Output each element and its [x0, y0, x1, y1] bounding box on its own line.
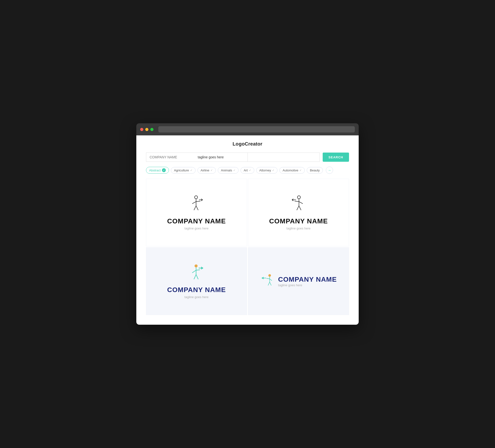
- logo-card-1-inner: COMPANY NAME tagline goes here: [167, 195, 226, 230]
- logo-company-name-2: COMPANY NAME: [269, 217, 328, 225]
- figure-svg-3: [187, 264, 206, 283]
- svg-point-14: [194, 264, 197, 267]
- filter-label-animals: Animals: [221, 168, 232, 172]
- filter-chip-animals[interactable]: Animals ✓: [218, 167, 239, 174]
- logo-card-2[interactable]: COMPANY NAME tagline goes here: [248, 179, 349, 246]
- logo-icon-4: [260, 273, 275, 288]
- svg-line-2: [192, 201, 196, 204]
- logo-grid: COMPANY NAME tagline goes here: [146, 179, 349, 315]
- logo-icon-2: [289, 195, 308, 214]
- logo-text-group-4: COMPANY NAME tagline goes here: [278, 276, 337, 287]
- url-bar[interactable]: [158, 126, 355, 132]
- filter-next-icon: →: [328, 168, 331, 172]
- filter-label-attorney: Attorney: [259, 168, 271, 172]
- filter-check-automotive: ✓: [300, 169, 302, 172]
- filter-chip-abstract[interactable]: Abstract ✓: [146, 167, 169, 174]
- logo-tagline-3: tagline goes here: [184, 295, 209, 299]
- logo-tagline-1: tagline goes here: [184, 226, 209, 230]
- filter-chip-art[interactable]: Art ✓: [240, 167, 254, 174]
- svg-line-17: [196, 270, 200, 270]
- filter-chip-automotive[interactable]: Automotive ✓: [279, 167, 305, 174]
- svg-line-5: [194, 206, 196, 210]
- filter-chip-airline[interactable]: Airline ✓: [197, 167, 216, 174]
- logo-card-2-inner: COMPANY NAME tagline goes here: [269, 195, 328, 230]
- filter-check-art: ✓: [249, 169, 251, 172]
- tagline-input[interactable]: [194, 153, 248, 162]
- filter-label-abstract: Abstract: [149, 168, 161, 172]
- filter-check-animals: ✓: [233, 169, 235, 172]
- svg-line-6: [196, 206, 198, 210]
- logo-company-name-4: COMPANY NAME: [278, 276, 337, 283]
- filter-check-airline: ✓: [210, 169, 213, 172]
- svg-line-26: [266, 278, 270, 279]
- svg-line-29: [270, 282, 271, 286]
- extra-search-input[interactable]: [248, 153, 320, 162]
- svg-line-13: [299, 206, 301, 210]
- filter-bar: Abstract ✓ Agriculture ✓ Airline ✓ Anima…: [146, 167, 349, 174]
- filter-chip-agriculture[interactable]: Agriculture ✓: [171, 167, 195, 174]
- company-name-input[interactable]: [146, 153, 194, 162]
- svg-line-21: [196, 274, 198, 279]
- svg-point-24: [268, 274, 271, 277]
- figure-svg-1: [187, 195, 206, 214]
- filter-label-automotive: Automotive: [283, 168, 298, 172]
- logo-card-3[interactable]: COMPANY NAME tagline goes here: [146, 247, 247, 315]
- traffic-light-yellow[interactable]: [145, 128, 148, 131]
- filter-check-attorney: ✓: [272, 169, 274, 172]
- figure-svg-4: [260, 273, 275, 288]
- filter-label-art: Art: [244, 168, 248, 172]
- svg-point-0: [194, 196, 197, 198]
- filter-chip-beauty[interactable]: Beauty: [307, 167, 323, 174]
- svg-line-20: [194, 274, 196, 279]
- traffic-light-green[interactable]: [150, 128, 153, 131]
- search-bar: SEARCH: [146, 153, 349, 162]
- svg-line-9: [299, 201, 303, 204]
- svg-line-10: [295, 201, 299, 201]
- logo-card-4[interactable]: COMPANY NAME tagline goes here: [248, 247, 349, 315]
- svg-marker-19: [201, 266, 204, 269]
- browser-titlebar: [136, 123, 359, 135]
- logo-company-name-3: COMPANY NAME: [167, 286, 226, 294]
- app-title: LogoCreator: [146, 141, 349, 147]
- svg-line-27: [270, 279, 272, 280]
- logo-tagline-2: tagline goes here: [286, 226, 311, 230]
- figure-svg-2: [289, 195, 308, 214]
- logo-icon-1: [187, 195, 206, 214]
- logo-card-3-inner: COMPANY NAME tagline goes here: [167, 264, 226, 299]
- svg-point-7: [298, 196, 301, 198]
- svg-line-16: [192, 270, 196, 273]
- filter-check-agriculture: ✓: [190, 169, 192, 172]
- search-button[interactable]: SEARCH: [323, 153, 349, 162]
- logo-company-name-1: COMPANY NAME: [167, 217, 226, 225]
- svg-line-12: [297, 206, 299, 210]
- filter-label-airline: Airline: [201, 168, 209, 172]
- svg-line-3: [196, 201, 200, 201]
- logo-icon-3: [187, 264, 206, 283]
- filter-label-beauty: Beauty: [310, 168, 319, 172]
- filter-chip-attorney[interactable]: Attorney ✓: [256, 167, 277, 174]
- traffic-light-red[interactable]: [140, 128, 143, 131]
- filter-next-button[interactable]: →: [326, 167, 333, 174]
- logo-card-4-inner: COMPANY NAME tagline goes here: [260, 273, 337, 289]
- app-content: LogoCreator SEARCH Abstract ✓ Agricultur…: [136, 135, 359, 325]
- filter-check-abstract: ✓: [162, 168, 166, 172]
- filter-label-agriculture: Agriculture: [174, 168, 189, 172]
- logo-card-1[interactable]: COMPANY NAME tagline goes here: [146, 179, 247, 246]
- svg-line-28: [268, 282, 270, 286]
- browser-window: LogoCreator SEARCH Abstract ✓ Agricultur…: [136, 123, 359, 325]
- logo-tagline-4: tagline goes here: [278, 283, 337, 287]
